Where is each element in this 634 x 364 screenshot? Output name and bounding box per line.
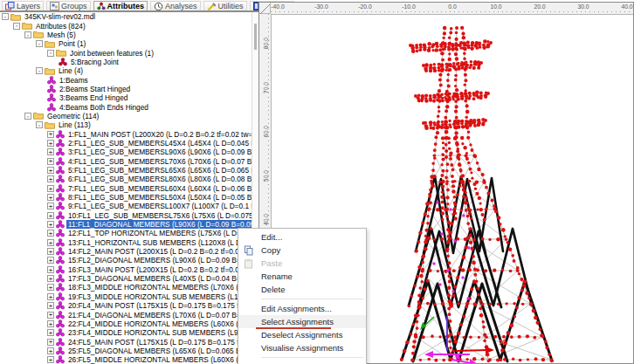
expand-toggle-collapsed[interactable]: + xyxy=(47,275,54,282)
tree-item-label[interactable]: 6:FL1_LEG_SUB_MEMBERSL80X6 (L80X6 (L D=0… xyxy=(66,175,252,183)
expand-toggle-collapsed[interactable]: + xyxy=(47,230,54,237)
tree-row[interactable]: +14:FL2_MAIN POST (L200X15 (L D=0.2 B=0.… xyxy=(0,247,252,256)
tree-row[interactable]: +22:FL4_MIDDLE HORIZONTAL MEMBERS (L60X6… xyxy=(0,319,252,328)
tree-item-label[interactable]: 2:FL1_LEG_SUB_MEMBERSL45X4 (L45X4 (L D=0… xyxy=(66,139,252,148)
tree-row[interactable]: +4:FL1_LEG_SUB_MEMBERSL70X6 (L70X6 (L D=… xyxy=(0,157,252,166)
tree-item-label[interactable]: 13:FL1_HORIZONTAL SUB MEMBERS (L120X8 (L… xyxy=(66,238,252,247)
tree-item-label[interactable]: 25:FL5_DIAGONAL MEMBERS (L65X6 (L D=0.06… xyxy=(66,347,252,355)
menu-item-paste[interactable]: Paste xyxy=(238,257,366,270)
tree-item-label[interactable]: 21:FL4_DIAGONAL MEMBERS (L70X6 (L D=0.07… xyxy=(66,311,252,319)
expand-toggle-collapsed[interactable]: + xyxy=(47,257,54,264)
menu-item-rename[interactable]: Rename xyxy=(238,270,366,283)
tree-row[interactable]: +7:FL1_LEG_SUB_MEMBERSL60X4 (L60X4 (L D=… xyxy=(0,184,252,193)
expand-toggle-collapsed[interactable]: + xyxy=(47,140,54,147)
expand-toggle-expanded[interactable]: - xyxy=(36,67,43,74)
tree-row[interactable]: -Mesh (5) xyxy=(0,31,252,39)
tree-row[interactable]: +6:FL1_LEG_SUB_MEMBERSL80X6 (L80X6 (L D=… xyxy=(0,175,252,183)
expand-toggle-collapsed[interactable]: + xyxy=(47,148,54,155)
tree-item-label[interactable]: 20:FL4_MAIN POST (L175X15 (L D=0.175 B=0… xyxy=(66,301,252,310)
tree-row[interactable]: +5:FL1_LEG_SUB_MEMBERSL65X6 (L65X6 (L D=… xyxy=(0,166,252,175)
expand-toggle-collapsed[interactable]: + xyxy=(47,329,54,336)
expand-toggle-expanded[interactable]: - xyxy=(47,50,54,57)
expand-toggle-collapsed[interactable]: + xyxy=(47,131,54,138)
tree-row[interactable]: +21:FL4_DIAGONAL MEMBERS (L70X6 (L D=0.0… xyxy=(0,310,252,319)
expand-toggle-expanded[interactable]: - xyxy=(24,113,31,120)
tree-item-label[interactable]: 4:FL1_LEG_SUB_MEMBERSL70X6 (L70X6 (L D=0… xyxy=(66,157,252,166)
tree-row[interactable]: +13:FL1_HORIZONTAL SUB MEMBERS (L120X8 (… xyxy=(0,238,252,247)
tree-row[interactable]: +3:FL1_LEG_SUB_MEMBERSL90X6 (L90X6 (L D=… xyxy=(0,148,252,156)
expand-toggle-collapsed[interactable]: + xyxy=(47,302,54,309)
tree-row[interactable]: 3:Beams End Hinged xyxy=(0,93,252,102)
tree-item-label[interactable]: 14:FL2_MAIN POST (L200X15 (L D=0.2 B=0.2… xyxy=(66,247,252,256)
tree-item-label[interactable]: 1:Beams xyxy=(58,76,90,85)
tree-item-label[interactable]: Attributes (824) xyxy=(34,22,87,31)
tree-row[interactable]: -Attributes (824) xyxy=(0,21,252,30)
expand-toggle-collapsed[interactable]: + xyxy=(47,312,54,319)
expand-toggle-collapsed[interactable]: + xyxy=(47,339,54,346)
tree-item-label[interactable]: 19:FL3_MIDDLE HORIZONTAL SUB MEMBERS (L1… xyxy=(66,292,252,301)
tree-item-label[interactable]: 26:FL5_MIDDLE HORIZONTAL MEMBERS (L60X6 … xyxy=(66,355,252,364)
tree-row[interactable]: -Joint between features (1) xyxy=(0,48,252,57)
expand-toggle-collapsed[interactable]: + xyxy=(47,221,54,228)
tree-row[interactable]: +12:FL1_TOP HORIZONTAL MEMBERS (L75X6 (L… xyxy=(0,229,252,237)
expand-toggle-expanded[interactable]: - xyxy=(36,40,43,47)
tree-item-label[interactable]: 23:FL4_MIDDLE HORIZONTAL SUB MEMBERS (L9… xyxy=(66,328,252,337)
tree-row[interactable]: +2:FL1_LEG_SUB_MEMBERSL45X4 (L45X4 (L D=… xyxy=(0,139,252,148)
expand-toggle-collapsed[interactable]: + xyxy=(47,347,54,354)
tree-row[interactable]: -Point (1) xyxy=(0,39,252,48)
tree-row[interactable]: +8:FL1_LEG_SUB_MEMBERSL50X4 (L50X4 (L D=… xyxy=(0,193,252,202)
tree-item-label[interactable]: Line (4) xyxy=(57,66,85,75)
expand-toggle-collapsed[interactable]: + xyxy=(47,266,54,273)
tree-item-label[interactable]: 22:FL4_MIDDLE HORIZONTAL MEMBERS (L60X6 … xyxy=(66,319,252,328)
tree-row[interactable]: -Geometric (114) xyxy=(0,112,252,120)
tree-row[interactable]: +1:FL1_MAIN POST (L200X20 (L D=0.2 B=0.2… xyxy=(0,129,252,138)
menu-item-select-assignments[interactable]: Select Assignments xyxy=(238,315,366,328)
expand-toggle-collapsed[interactable]: + xyxy=(47,158,54,165)
tree-item-label[interactable]: 18:FL3_MIDDLE HORIZONTAL MEMBERS (L70X6 … xyxy=(66,283,252,292)
expand-toggle-collapsed[interactable]: + xyxy=(47,284,54,291)
menu-item-visualise-assignments[interactable]: Visualise Assignments xyxy=(238,341,366,354)
tree-item-label[interactable]: 12:FL1_TOP HORIZONTAL MEMBERS (L75X6 (L … xyxy=(66,229,252,237)
tree-item-label[interactable]: Line (113) xyxy=(57,120,93,129)
tree-row[interactable]: +23:FL4_MIDDLE HORIZONTAL SUB MEMBERS (L… xyxy=(0,328,252,337)
tree-row[interactable]: 5:Bracing Joint xyxy=(0,58,252,66)
expand-toggle-collapsed[interactable]: + xyxy=(47,203,54,209)
tree-item-label[interactable]: Joint between features (1) xyxy=(68,49,155,58)
tree-item-label[interactable]: 5:FL1_LEG_SUB_MEMBERSL65X6 (L65X6 (L D=0… xyxy=(66,166,252,175)
expand-toggle-expanded[interactable]: - xyxy=(13,23,20,30)
menu-item-edit-assignments[interactable]: Edit Assignments... xyxy=(238,302,366,315)
expand-toggle-collapsed[interactable]: + xyxy=(47,175,54,182)
tree-item-label[interactable]: 16:FL3_MAIN POST (L200X15 (L D=0.2 B=0.2… xyxy=(66,265,252,274)
menu-item-delete[interactable]: Delete xyxy=(238,283,366,296)
tree-item-label[interactable]: 5:Bracing Joint xyxy=(69,58,121,66)
tree-scrollbar-thumb[interactable] xyxy=(254,24,257,50)
expand-toggle-collapsed[interactable]: + xyxy=(47,320,54,327)
tree-row[interactable]: -Line (4) xyxy=(0,66,252,75)
menu-item-copy[interactable]: Copy xyxy=(238,244,366,257)
tree-row[interactable]: +19:FL3_MIDDLE HORIZONTAL SUB MEMBERS (L… xyxy=(0,292,252,301)
tree-row[interactable]: +25:FL5_DIAGONAL MEMBERS (L65X6 (L D=0.0… xyxy=(0,347,252,355)
tree-item-label[interactable]: 2:Beams Start Hinged xyxy=(58,85,132,93)
expand-toggle-collapsed[interactable]: + xyxy=(47,239,54,246)
expand-toggle-collapsed[interactable]: + xyxy=(47,167,54,174)
tree-item-label[interactable]: 3:FL1_LEG_SUB_MEMBERSL90X6 (L90X6 (L D=0… xyxy=(66,148,252,156)
expand-toggle-collapsed[interactable]: + xyxy=(47,356,54,363)
tree-item-label[interactable]: 7:FL1_LEG_SUB_MEMBERSL60X4 (L60X4 (L D=0… xyxy=(66,184,252,193)
tree-row[interactable]: +18:FL3_MIDDLE HORIZONTAL MEMBERS (L70X6… xyxy=(0,283,252,292)
expand-toggle-collapsed[interactable]: + xyxy=(47,185,54,192)
tree-row[interactable]: 4:Beams Both Ends Hinged xyxy=(0,102,252,111)
menu-item-visible[interactable]: Visible xyxy=(238,361,366,364)
expand-toggle-collapsed[interactable]: + xyxy=(47,248,54,255)
tree-row[interactable]: 2:Beams Start Hinged xyxy=(0,85,252,93)
tree-item-label[interactable]: 9:FL1_LEG_SUB_MEMBERSL100X7 (L100X7 (L D… xyxy=(66,202,252,210)
tree-row[interactable]: +10:FL1_LEG_SUB_MEMBERSL75X6 (L75X6 (L D… xyxy=(0,211,252,220)
tree-item-label[interactable]: 1:FL1_MAIN POST (L200X20 (L D=0.2 B=0.2 … xyxy=(66,130,252,139)
tree-row[interactable]: +9:FL1_LEG_SUB_MEMBERSL100X7 (L100X7 (L … xyxy=(0,202,252,210)
tree-item-label[interactable]: Mesh (5) xyxy=(45,31,78,39)
expand-toggle-collapsed[interactable]: + xyxy=(47,194,54,201)
tree-item-label[interactable]: 3:Beams End Hinged xyxy=(58,93,129,102)
menu-item-edit[interactable]: Edit... xyxy=(238,230,366,244)
tree-item-label[interactable]: 15:FL2_DIAGONAL MEMBERS (L90X6 (L D=0.09… xyxy=(66,256,252,264)
tree-item-label[interactable]: 8:FL1_LEG_SUB_MEMBERSL50X4 (L50X4 (L D=0… xyxy=(66,193,252,202)
tree-row[interactable]: +17:FL3_DIAGONAL MEMBERS (L40X5 (L D=0.0… xyxy=(0,274,252,283)
